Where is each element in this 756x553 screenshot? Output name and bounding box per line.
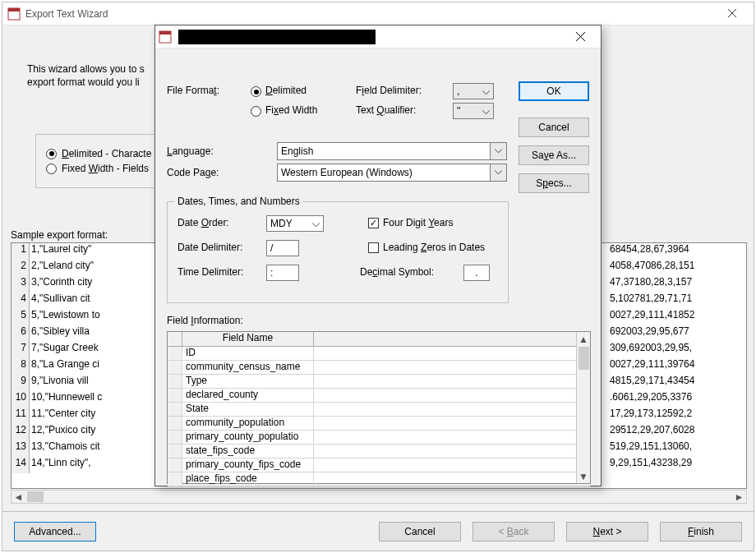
radio-inner-fixedwidth[interactable]: [251, 106, 261, 117]
radio-inner-delimited[interactable]: [251, 86, 261, 97]
field-row-selector[interactable]: [168, 472, 182, 486]
field-row[interactable]: community_census_name: [168, 361, 590, 375]
back-button: < Back: [472, 522, 555, 541]
field-row[interactable]: Type: [168, 375, 590, 389]
radio-inner-delimited-label: Delimited: [265, 85, 307, 96]
field-header-selector[interactable]: [168, 332, 182, 347]
four-digit-years-checkbox[interactable]: [368, 218, 379, 228]
radio-delimited[interactable]: [46, 149, 57, 159]
text-qualifier-select[interactable]: ": [453, 103, 494, 119]
app-icon: [7, 7, 21, 21]
field-name-cell[interactable]: state_fips_code: [182, 445, 314, 459]
field-row-selector[interactable]: [168, 445, 182, 459]
field-row[interactable]: place_fips_code: [168, 472, 590, 486]
field-row[interactable]: primary_county_populatio: [168, 431, 590, 445]
decimal-symbol-input[interactable]: [463, 265, 490, 281]
field-row-selector[interactable]: [168, 389, 182, 403]
field-row-selector[interactable]: [168, 431, 182, 445]
field-row[interactable]: state_fips_code: [168, 445, 590, 459]
ok-button[interactable]: OK: [519, 81, 589, 101]
row-gutter: 12: [12, 424, 30, 440]
row-gutter: 3: [12, 276, 30, 293]
field-row[interactable]: ID: [168, 347, 590, 361]
inner-cancel-button[interactable]: Cancel: [519, 118, 589, 137]
row-gutter: 14: [12, 457, 30, 473]
field-row[interactable]: primary_county_fips_code: [168, 459, 590, 472]
field-row-selector[interactable]: [168, 347, 182, 361]
scroll-down-arrow-icon[interactable]: ▼: [577, 469, 590, 483]
language-select[interactable]: English: [277, 142, 507, 160]
dates-times-group: Dates, Times, and Numbers Date Order: MD…: [167, 201, 509, 303]
field-name-cell[interactable]: place_fips_code: [182, 472, 314, 486]
horizontal-scrollbar[interactable]: ◄ ►: [11, 490, 747, 504]
field-row-selector[interactable]: [168, 417, 182, 431]
sample-line-right: 4815,29,171,43454: [608, 375, 746, 391]
field-name-cell[interactable]: Type: [182, 375, 314, 389]
field-row[interactable]: declared_county: [168, 389, 590, 403]
wizard-text-line2: export format would you li: [27, 76, 140, 88]
chevron-down-icon: [482, 106, 490, 118]
field-row-selector[interactable]: [168, 459, 182, 472]
advanced-button[interactable]: Advanced...: [14, 522, 96, 541]
field-name-cell[interactable]: community_census_name: [182, 361, 314, 375]
outer-cancel-button[interactable]: Cancel: [379, 522, 461, 541]
field-name-cell[interactable]: primary_county_populatio: [182, 431, 314, 445]
language-value: English: [281, 145, 313, 157]
outer-cancel-label: Cancel: [404, 526, 435, 537]
radio-delimited-label: Delimited - Characte: [62, 148, 151, 159]
export-spec-dialog: File Format: Delimited Fixed Width Field…: [154, 25, 602, 486]
field-name-header[interactable]: Field Name: [182, 332, 314, 347]
sample-line-right: 9,29,151,43238,29: [608, 457, 746, 473]
scroll-up-arrow-icon[interactable]: ▲: [577, 332, 590, 346]
field-name-cell[interactable]: ID: [182, 347, 314, 361]
sample-line-right: 4058,47086,28,151: [608, 260, 746, 276]
field-info-table: Field Name IDcommunity_census_nameTypede…: [167, 331, 591, 484]
field-row[interactable]: State: [168, 403, 590, 417]
inner-close-button[interactable]: [565, 26, 597, 48]
field-name-cell[interactable]: declared_county: [182, 389, 314, 403]
field-delimiter-value: ,: [457, 85, 459, 97]
sample-line-right: 5,102781,29,71,71: [608, 293, 746, 309]
scroll-thumb[interactable]: [27, 491, 44, 502]
leading-zeros-checkbox[interactable]: [368, 242, 379, 253]
time-delimiter-input[interactable]: [266, 265, 299, 281]
field-table-header: Field Name: [168, 332, 590, 347]
scroll-left-arrow-icon[interactable]: ◄: [12, 491, 25, 503]
field-rest-cell: [314, 431, 590, 445]
outer-close-button[interactable]: [716, 2, 749, 25]
field-name-cell[interactable]: State: [182, 403, 314, 417]
close-icon: [728, 9, 737, 18]
codepage-select[interactable]: Western European (Windows): [277, 164, 507, 182]
field-row-selector[interactable]: [168, 361, 182, 375]
radio-fixedwidth[interactable]: [46, 164, 57, 174]
field-name-cell[interactable]: primary_county_fips_code: [182, 459, 314, 472]
date-order-select[interactable]: MDY: [266, 215, 324, 232]
inner-title-redacted: [178, 30, 376, 44]
date-delimiter-input[interactable]: [266, 240, 299, 256]
field-info-label: Field Information:: [167, 315, 243, 326]
svg-rect-5: [159, 31, 171, 35]
save-as-button[interactable]: Save As...: [519, 145, 589, 165]
next-button[interactable]: Next >: [566, 522, 648, 541]
field-row-selector[interactable]: [168, 403, 182, 417]
scroll-thumb[interactable]: [579, 347, 589, 370]
scroll-track[interactable]: [25, 491, 732, 503]
date-order-label: Date Order:: [177, 217, 229, 228]
radio-fixedwidth-label: Fixed Width - Fields: [62, 163, 149, 174]
scroll-right-arrow-icon[interactable]: ►: [732, 491, 746, 503]
text-qualifier-label: Text Qualifier:: [356, 104, 416, 116]
row-gutter: 13: [12, 440, 30, 457]
field-row-selector[interactable]: [168, 375, 182, 389]
field-row[interactable]: community_population: [168, 417, 590, 431]
decimal-symbol-label: Decimal Symbol:: [360, 266, 434, 278]
text-qualifier-value: ": [457, 105, 460, 117]
field-name-cell[interactable]: community_population: [182, 417, 314, 431]
finish-button[interactable]: Finish: [660, 522, 742, 541]
inner-body: File Format: Delimited Fixed Width Field…: [155, 48, 601, 486]
specs-button[interactable]: Specs...: [519, 173, 589, 193]
field-vertical-scrollbar[interactable]: ▲ ▼: [576, 332, 590, 483]
sample-line-left: 4,"Sullivan cit: [30, 293, 161, 309]
inner-titlebar: [155, 25, 601, 48]
field-delimiter-select[interactable]: ,: [453, 83, 494, 99]
sample-line-left: 8,"La Grange ci: [30, 358, 161, 375]
